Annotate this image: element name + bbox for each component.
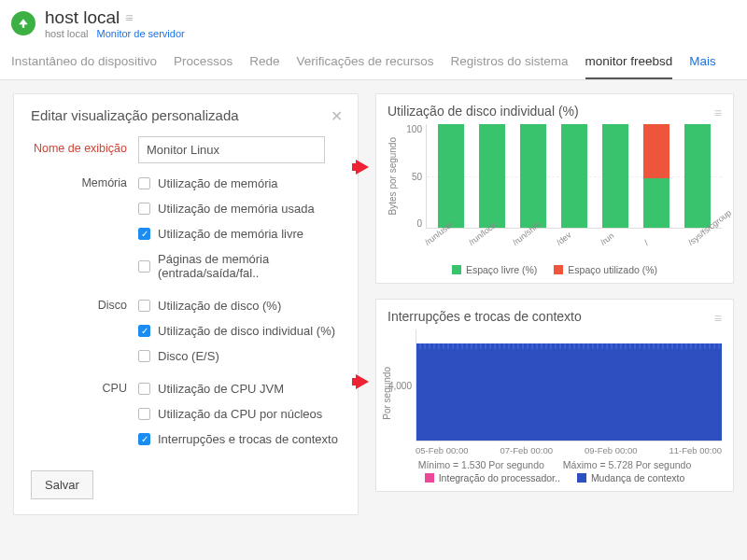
chk-mem-free[interactable] — [138, 228, 150, 240]
ctx-x-labels: 05-Feb 00:0007-Feb 00:0009-Feb 00:0011-F… — [416, 445, 722, 455]
chk-cpu-ctx-label: Interrupções e trocas de contexto — [158, 432, 338, 446]
disk-x-labels: /run/user/run/lock/run/shm/dev/run//sys/… — [414, 232, 722, 242]
chk-cpu-jvm[interactable] — [138, 383, 150, 395]
disk-chart-title: Utilização de disco individual (%) — [388, 104, 722, 119]
ctx-stats: Mínimo = 1.530 Por segundoMáximo = 5.728… — [388, 459, 722, 470]
chart-menu-icon[interactable]: ≡ — [714, 311, 722, 326]
chk-cpu-jvm-label: Utilização de CPU JVM — [158, 382, 284, 396]
chk-cpu-cores-label: Utilização da CPU por núcleos — [158, 407, 322, 421]
disk-legend: Espaço livre (%) Espaço utilizado (%) — [388, 264, 722, 275]
close-icon[interactable]: ✕ — [331, 107, 343, 125]
chk-disk-ind-label: Utilização de disco individual (%) — [158, 324, 335, 338]
chart-menu-icon[interactable]: ≡ — [714, 105, 722, 120]
chk-mem-used[interactable] — [138, 203, 150, 215]
disk-ylabel: Bytes por segundo — [388, 137, 398, 215]
chk-mem-pages-label: Páginas de memória (entrada/saída/fal.. — [158, 252, 341, 280]
chk-mem-free-label: Utilização de memória livre — [158, 227, 303, 241]
tab-bar: Instantâneo do dispositivo Processos Red… — [11, 49, 736, 79]
chk-cpu-ctx[interactable] — [138, 433, 150, 445]
chk-disk-util-label: Utilização de disco (%) — [158, 299, 281, 313]
ctx-area — [416, 329, 722, 441]
ctx-legend: Integração do processador.. Mudança de c… — [388, 472, 722, 483]
edit-view-panel: Editar visualização personalizada ✕ Nome… — [13, 93, 359, 515]
disk-chart-panel: Utilização de disco individual (%) ≡ Byt… — [375, 93, 734, 284]
tab-syslogs[interactable]: Registros do sistema — [451, 49, 569, 79]
tab-resources[interactable]: Verificações de recursos — [296, 49, 433, 79]
breadcrumb-link[interactable]: Monitor de servidor — [97, 28, 185, 39]
tab-more[interactable]: Mais — [689, 49, 716, 79]
chk-mem-used-label: Utilização de memória usada — [158, 202, 315, 216]
tab-processes[interactable]: Processos — [174, 49, 233, 79]
ctx-chart-title: Interrupções e trocas de contexto — [388, 309, 722, 324]
host-title: host local — [45, 7, 120, 28]
panel-title: Editar visualização personalizada — [31, 107, 341, 123]
breadcrumb-host: host local — [45, 28, 88, 39]
chk-disk-util[interactable] — [138, 300, 150, 312]
arrow-icon — [356, 160, 369, 175]
ctx-y-axis: 4,000 — [388, 329, 416, 441]
tab-network[interactable]: Rede — [249, 49, 279, 79]
save-button[interactable]: Salvar — [31, 470, 93, 499]
disk-group-label: Disco — [31, 293, 138, 312]
chk-disk-ind[interactable] — [138, 325, 150, 337]
disk-y-axis: 100 50 0 — [400, 124, 426, 229]
chk-mem-util[interactable] — [138, 177, 150, 189]
page-header: host local ≡ host local Monitor de servi… — [0, 0, 747, 80]
display-name-input[interactable] — [138, 136, 325, 163]
chk-mem-util-label: Utilização de memória — [158, 176, 278, 190]
chk-cpu-cores[interactable] — [138, 408, 150, 420]
status-up-icon — [11, 11, 35, 35]
ctx-chart-panel: Interrupções e trocas de contexto ≡ Por … — [375, 299, 734, 492]
tab-monitor-freebsd[interactable]: monitor freebsd — [585, 49, 673, 79]
tab-snapshot[interactable]: Instantâneo do dispositivo — [11, 49, 157, 79]
cpu-group-label: CPU — [31, 376, 138, 395]
arrow-icon — [356, 374, 369, 389]
hamburger-icon[interactable]: ≡ — [125, 10, 133, 25]
chk-disk-io[interactable] — [138, 350, 150, 362]
memory-group-label: Memória — [31, 171, 138, 189]
disk-bars — [426, 124, 722, 229]
chk-disk-io-label: Disco (E/S) — [158, 349, 219, 363]
chk-mem-pages[interactable] — [138, 260, 150, 273]
display-name-label: Nome de exibição — [31, 136, 138, 155]
